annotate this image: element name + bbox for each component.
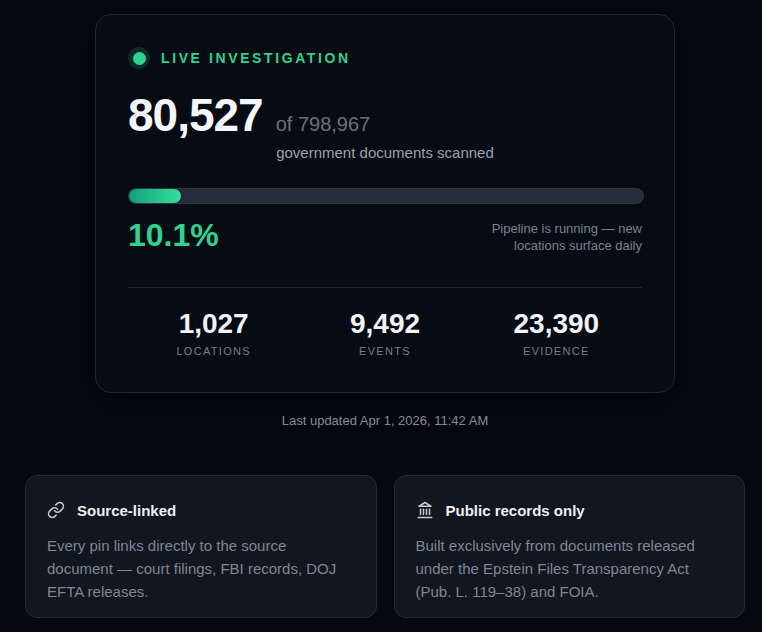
stat-locations-label: LOCATIONS — [128, 345, 299, 357]
stat-events-label: EVENTS — [299, 345, 470, 357]
live-pulse-core — [133, 52, 146, 65]
info-card-header: Source-linked — [47, 501, 354, 519]
stat-evidence: 23,390 EVIDENCE — [471, 309, 642, 357]
scanned-count: 80,527 — [128, 91, 263, 139]
info-card-body: Every pin links directly to the source d… — [47, 534, 354, 603]
stat-events-value: 9,492 — [299, 309, 470, 339]
progress-bar — [128, 188, 644, 204]
total-count: of 798,967 — [276, 113, 371, 136]
scanned-caption: government documents scanned — [128, 144, 642, 161]
page: { "theme": { "accent_green": "#2ed38f", … — [0, 0, 762, 632]
document-count-row: 80,527 of 798,967 — [128, 91, 642, 139]
pipeline-note-line2: locations surface daily — [492, 237, 642, 254]
info-card-header: Public records only — [416, 501, 723, 519]
stats-row: 1,027 LOCATIONS 9,492 EVENTS 23,390 EVID… — [128, 309, 642, 357]
progress-meta-row: 10.1% Pipeline is running — new location… — [128, 218, 642, 254]
info-card-row: Source-linked Every pin links directly t… — [0, 475, 762, 618]
stat-events: 9,492 EVENTS — [299, 309, 470, 357]
info-card-title: Source-linked — [77, 502, 176, 519]
info-card-source-linked: Source-linked Every pin links directly t… — [25, 475, 377, 618]
link-icon — [47, 501, 65, 519]
stat-evidence-label: EVIDENCE — [471, 345, 642, 357]
info-card-body: Built exclusively from documents release… — [416, 534, 723, 603]
stat-evidence-value: 23,390 — [471, 309, 642, 339]
last-updated: Last updated Apr 1, 2026, 11:42 AM — [95, 413, 675, 428]
info-card-public-records: Public records only Built exclusively fr… — [394, 475, 746, 618]
pipeline-note-line1: Pipeline is running — new — [492, 220, 642, 237]
stat-locations-value: 1,027 — [128, 309, 299, 339]
stat-locations: 1,027 LOCATIONS — [128, 309, 299, 357]
divider — [128, 287, 642, 288]
progress-percent: 10.1% — [128, 218, 219, 252]
live-pulse-icon — [128, 47, 150, 69]
progress-fill — [129, 189, 181, 203]
info-card-title: Public records only — [446, 502, 585, 519]
live-status-label: LIVE INVESTIGATION — [161, 50, 351, 66]
status-row: LIVE INVESTIGATION — [128, 47, 642, 69]
live-investigation-card: LIVE INVESTIGATION 80,527 of 798,967 gov… — [95, 14, 675, 393]
pipeline-note: Pipeline is running — new locations surf… — [492, 218, 642, 254]
landmark-icon — [416, 501, 434, 519]
